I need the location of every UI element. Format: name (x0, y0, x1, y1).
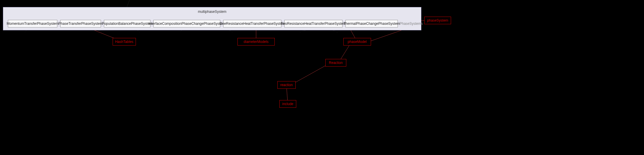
phase-box-transfer[interactable]: PhaseTransferPhaseSystem (60, 20, 101, 27)
remote-hash-tables[interactable]: HashTables (113, 38, 136, 46)
phase-box-label: InterfaceCompositionPhaseChangePhaseSyst… (148, 22, 225, 26)
svg-line-13 (340, 46, 349, 60)
phase-box-one-resistance[interactable]: OneResistanceHeatTransferPhaseSystem (223, 20, 281, 27)
remote-box-label: reaction (280, 83, 293, 87)
phase-box-label: TwoResistanceHeatTransferPhaseSystem (281, 22, 346, 26)
remote-reaction-upper[interactable]: Reaction (325, 59, 346, 67)
phase-box-label: MomentumTransferPhaseSystem (7, 22, 58, 26)
remote-box-label: HashTables (115, 40, 134, 44)
phase-box-interface[interactable]: InterfaceCompositionPhaseChangePhaseSyst… (153, 20, 220, 27)
remote-reaction-lower[interactable]: reaction (277, 81, 296, 89)
phase-box-two-resistance[interactable]: TwoResistanceHeatTransferPhaseSystem (284, 20, 343, 27)
remote-diameter-models[interactable]: diameterModels (237, 38, 275, 46)
remote-phase-model[interactable]: phaseModel (343, 38, 371, 46)
phase-box-thermal[interactable]: ThermalPhaseChangePhaseSystem (345, 20, 398, 27)
svg-line-14 (294, 65, 326, 83)
svg-line-15 (287, 89, 288, 100)
remote-box-label: phaseModel (348, 40, 367, 44)
phase-box-label: ThermalPhaseChangePhaseSystem (343, 22, 400, 26)
remote-phase-system[interactable]: phaseSystem (424, 17, 451, 24)
phase-systems-label: PhaseSystems (400, 22, 423, 26)
remote-box-label: phaseSystem (427, 18, 448, 22)
remote-box-label: Reaction (329, 61, 343, 65)
container-title[interactable]: multiphaseSystem (198, 10, 226, 14)
remote-include[interactable]: include (279, 100, 296, 108)
phase-box-label: PopulationBalancePhaseSystem (102, 22, 152, 26)
remote-box-label: include (282, 102, 293, 106)
remote-box-label: diameterModels (244, 40, 268, 44)
phase-box-label: OneResistanceHeatTransferPhaseSystem (219, 22, 285, 26)
phase-box-population[interactable]: PopulationBalancePhaseSystem (104, 20, 150, 27)
phase-box-label: PhaseTransferPhaseSystem (58, 22, 103, 26)
phase-box-momentum[interactable]: MomentumTransferPhaseSystem (8, 20, 57, 27)
